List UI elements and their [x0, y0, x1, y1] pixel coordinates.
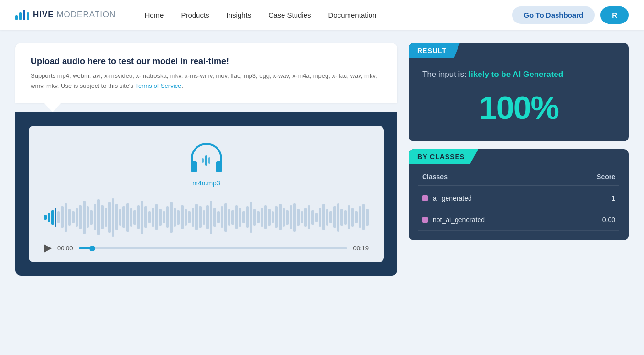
- speech-bubble-triangle: [44, 103, 61, 112]
- waveform-bar: [362, 204, 365, 230]
- result-body: The input is: likely to be AI Generated …: [409, 58, 629, 141]
- waveform-bar: [301, 211, 304, 223]
- header-actions: Go To Dashboard R: [512, 6, 629, 24]
- audio-controls: 00:00 00:19: [40, 244, 372, 253]
- waveform-bar: [319, 208, 322, 227]
- result-badge: RESULT: [409, 43, 460, 58]
- waveform-bar: [105, 208, 108, 227]
- waveform-bar: [155, 204, 158, 230]
- waveform-bar: [355, 211, 358, 223]
- upload-desc-after: .: [181, 82, 183, 89]
- nav-insights[interactable]: Insights: [227, 11, 251, 19]
- waveform-bar: [68, 209, 71, 226]
- class-score: 0.00: [602, 216, 615, 224]
- svg-rect-0: [202, 158, 204, 163]
- class-row: not_ai_generated 0.00: [418, 209, 619, 231]
- waveform-bar: [224, 203, 227, 232]
- waveform-bar: [235, 205, 238, 229]
- upload-card: Upload audio here to test our model in r…: [15, 43, 397, 103]
- waveform[interactable]: [40, 198, 372, 237]
- waveform-bar: [87, 206, 89, 228]
- waveform-bar: [333, 206, 336, 228]
- main-content: Upload audio here to test our model in r…: [0, 30, 644, 289]
- audio-player-inner: m4a.mp3 00:00 00:19: [29, 126, 384, 262]
- logo-icon: [15, 10, 29, 20]
- logo-text: HIVE MODERATION: [33, 10, 116, 20]
- upload-desc-text: Supports mp4, webm, avi, x-msvideo, x-ma…: [31, 72, 377, 89]
- upload-description: Supports mp4, webm, avi, x-msvideo, x-ma…: [31, 71, 382, 91]
- waveform-bar: [304, 208, 307, 227]
- main-nav: Home Products Insights Case Studies Docu…: [144, 11, 512, 19]
- waveform-bar: [351, 208, 354, 227]
- waveform-bar: [348, 205, 350, 229]
- waveform-bar: [279, 204, 282, 230]
- waveform-bar: [163, 211, 165, 223]
- waveform-bar: [264, 205, 267, 229]
- class-dot: [422, 217, 428, 223]
- logo-bar-1: [15, 15, 18, 20]
- waveform-bar: [101, 205, 104, 229]
- waveform-bar: [94, 204, 97, 230]
- waveform-bar: [57, 211, 60, 223]
- nav-products[interactable]: Products: [181, 11, 209, 19]
- progress-handle[interactable]: [89, 246, 95, 251]
- waveform-bar: [170, 202, 173, 233]
- waveform-bar: [366, 209, 369, 226]
- waveform-bar: [250, 202, 252, 233]
- time-current: 00:00: [57, 245, 73, 252]
- waveform-bar: [359, 206, 361, 228]
- waveform-bar: [261, 208, 263, 227]
- class-dot: [422, 195, 428, 201]
- logo: HIVE MODERATION: [15, 10, 116, 20]
- svg-rect-2: [208, 157, 210, 164]
- waveform-bar: [61, 206, 64, 228]
- classes-badge: BY CLASSES: [409, 149, 478, 164]
- svg-rect-1: [205, 155, 207, 166]
- col-score-label: Score: [597, 173, 615, 181]
- logo-hive: HIVE: [33, 10, 54, 19]
- waveform-bar: [315, 213, 318, 222]
- class-row: ai_generated 1: [418, 188, 619, 209]
- waveform-bar: [283, 208, 285, 227]
- play-icon: [44, 244, 52, 253]
- waveform-bar: [268, 209, 271, 226]
- result-card: RESULT The input is: likely to be AI Gen…: [409, 43, 629, 141]
- nav-home[interactable]: Home: [144, 11, 164, 19]
- waveform-bar: [246, 206, 249, 228]
- play-button[interactable]: [44, 244, 52, 253]
- class-score: 1: [611, 194, 615, 202]
- waveform-bar: [239, 208, 241, 227]
- waveform-bar: [97, 199, 100, 235]
- audio-filename: m4a.mp3: [192, 179, 220, 187]
- right-column: RESULT The input is: likely to be AI Gen…: [409, 43, 629, 276]
- waveform-bar: [72, 211, 75, 223]
- waveform-bar: [76, 208, 78, 227]
- waveform-bar: [79, 205, 82, 229]
- waveform-bar: [133, 210, 136, 225]
- time-total: 00:19: [353, 245, 369, 252]
- tos-link[interactable]: Terms of Service: [135, 82, 181, 89]
- register-button[interactable]: R: [600, 6, 629, 24]
- upload-title: Upload audio here to test our model in r…: [31, 56, 382, 66]
- waveform-bar: [51, 210, 54, 225]
- waveform-bar: [112, 198, 115, 237]
- waveform-bar: [253, 209, 256, 226]
- result-text-before: The input is:: [422, 70, 469, 79]
- dashboard-button[interactable]: Go To Dashboard: [512, 6, 595, 24]
- progress-track[interactable]: [79, 247, 348, 249]
- waveform-bar: [90, 210, 93, 225]
- nav-documentation[interactable]: Documentation: [328, 11, 377, 19]
- waveform-bar: [308, 205, 311, 229]
- waveform-bar: [293, 203, 296, 232]
- logo-bar-2: [19, 12, 22, 20]
- waveform-bar: [199, 206, 202, 228]
- nav-case-studies[interactable]: Case Studies: [268, 11, 311, 19]
- class-row-left: not_ai_generated: [422, 216, 485, 224]
- waveform-bar: [181, 205, 184, 229]
- waveform-bar: [272, 211, 274, 223]
- waveform-bar: [206, 205, 209, 229]
- classes-header: Classes Score: [418, 168, 619, 186]
- waveform-bar: [231, 210, 234, 225]
- waveform-bar: [126, 203, 129, 232]
- class-row-left: ai_generated: [422, 194, 472, 202]
